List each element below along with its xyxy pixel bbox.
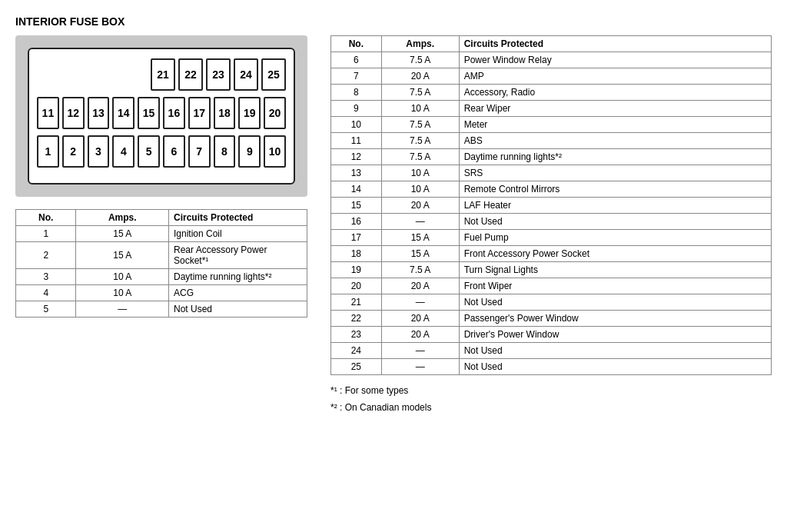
left-table-row: 115 AIgnition Coil — [16, 226, 307, 242]
right-table-cell-9-2: LAF Heater — [459, 198, 771, 214]
left-table-row: 310 ADaytime running lights*² — [16, 269, 307, 285]
right-table-cell-7-0: 13 — [331, 165, 382, 181]
right-table-cell-8-1: 10 A — [381, 181, 459, 198]
right-table-cell-5-2: ABS — [459, 133, 771, 149]
fuse-cell-5: 5 — [138, 135, 160, 168]
right-table-cell-1-2: AMP — [459, 68, 771, 85]
fuse-box-wrapper: 21 22 23 24 25 11 12 13 14 15 16 17 18 1… — [15, 35, 307, 197]
fuse-cell-4: 4 — [112, 135, 134, 168]
fuse-cell-13: 13 — [88, 97, 110, 129]
right-table-row: 1310 ASRS — [331, 165, 772, 181]
right-table-cell-6-2: Daytime running lights*² — [459, 149, 771, 165]
right-table-row: 127.5 ADaytime running lights*² — [331, 149, 772, 165]
left-table-cell-2-0: 3 — [16, 269, 76, 285]
left-table-cell-0-2: Ignition Coil — [169, 226, 307, 242]
right-table-cell-1-0: 7 — [331, 68, 382, 85]
right-table-cell-4-2: Meter — [459, 117, 771, 133]
fuse-cell-24: 24 — [234, 58, 258, 91]
right-table-row: 21—Not Used — [331, 294, 772, 311]
right-table-cell-11-2: Fuel Pump — [459, 230, 771, 246]
fuse-row-mid: 11 12 13 14 15 16 17 18 19 20 — [37, 97, 286, 129]
right-table-cell-16-0: 22 — [331, 311, 382, 327]
right-table-cell-11-1: 15 A — [381, 230, 459, 246]
fuse-cell-12: 12 — [62, 97, 85, 129]
fuse-cell-14: 14 — [112, 97, 134, 129]
left-table: No. Amps. Circuits Protected 115 AIgniti… — [15, 209, 307, 318]
right-table-header-amps: Amps. — [381, 36, 459, 52]
left-table-row: 215 ARear Accessory Power Socket*¹ — [16, 242, 307, 269]
right-table-row: 87.5 AAccessory, Radio — [331, 85, 772, 101]
left-table-cell-1-2: Rear Accessory Power Socket*¹ — [169, 242, 307, 269]
fuse-cell-20: 20 — [264, 97, 286, 129]
right-table-cell-16-1: 20 A — [381, 311, 459, 327]
right-table-row: 1815 AFront Accessory Power Socket — [331, 246, 772, 262]
right-table-cell-7-2: SRS — [459, 165, 771, 181]
right-table-header-no: No. — [331, 36, 382, 52]
fuse-cell-19: 19 — [238, 97, 261, 129]
right-table-cell-19-2: Not Used — [459, 359, 771, 375]
fuse-cell-16: 16 — [163, 97, 185, 129]
right-table-cell-16-2: Passenger's Power Window — [459, 311, 771, 327]
right-section: No. Amps. Circuits Protected 67.5 APower… — [330, 35, 772, 416]
right-table-header-circuits: Circuits Protected — [459, 36, 771, 52]
left-table-cell-0-0: 1 — [16, 226, 76, 242]
fuse-row-top: 21 22 23 24 25 — [37, 58, 286, 91]
right-table-cell-18-1: — — [381, 343, 459, 359]
right-table-cell-2-2: Accessory, Radio — [459, 85, 771, 101]
fuse-cell-22: 22 — [178, 58, 203, 91]
fuse-box-inner: 21 22 23 24 25 11 12 13 14 15 16 17 18 1… — [28, 48, 295, 185]
right-table-cell-0-0: 6 — [331, 52, 382, 68]
right-table-cell-15-2: Not Used — [459, 294, 771, 311]
right-table: No. Amps. Circuits Protected 67.5 APower… — [330, 35, 772, 375]
footnote-1: *¹ : For some types — [330, 383, 772, 400]
right-table-cell-18-0: 24 — [331, 343, 382, 359]
right-table-cell-13-2: Turn Signal Lights — [459, 262, 771, 278]
left-table-cell-0-1: 15 A — [76, 226, 169, 242]
right-table-row: 2320 ADriver's Power Window — [331, 327, 772, 343]
left-table-cell-3-2: ACG — [169, 285, 307, 301]
right-table-row: 197.5 ATurn Signal Lights — [331, 262, 772, 278]
right-table-cell-4-1: 7.5 A — [381, 117, 459, 133]
right-table-cell-8-2: Remote Control Mirrors — [459, 181, 771, 198]
left-table-header-circuits: Circuits Protected — [169, 210, 307, 226]
left-table-cell-2-2: Daytime running lights*² — [169, 269, 307, 285]
left-table-cell-4-2: Not Used — [169, 301, 307, 318]
left-table-cell-4-0: 5 — [16, 301, 76, 318]
right-table-cell-0-1: 7.5 A — [381, 52, 459, 68]
fuse-cell-17: 17 — [188, 97, 211, 129]
right-table-cell-14-0: 20 — [331, 278, 382, 294]
right-table-cell-17-1: 20 A — [381, 327, 459, 343]
right-table-cell-2-0: 8 — [331, 85, 382, 101]
right-table-row: 24—Not Used — [331, 343, 772, 359]
fuse-cell-3: 3 — [88, 135, 110, 168]
right-table-cell-1-1: 20 A — [381, 68, 459, 85]
left-section: 21 22 23 24 25 11 12 13 14 15 16 17 18 1… — [15, 35, 307, 416]
right-table-cell-3-2: Rear Wiper — [459, 101, 771, 117]
fuse-cell-11: 11 — [37, 97, 59, 129]
right-table-cell-12-0: 18 — [331, 246, 382, 262]
right-table-cell-10-1: — — [381, 214, 459, 230]
right-table-row: 1410 ARemote Control Mirrors — [331, 181, 772, 198]
fuse-cell-18: 18 — [214, 97, 236, 129]
right-table-row: 1520 ALAF Heater — [331, 198, 772, 214]
fuse-cell-7: 7 — [188, 135, 211, 168]
fuse-cell-6: 6 — [163, 135, 185, 168]
right-table-cell-17-0: 23 — [331, 327, 382, 343]
page-title: INTERIOR FUSE BOX — [15, 15, 772, 28]
right-table-cell-5-1: 7.5 A — [381, 133, 459, 149]
right-table-cell-9-1: 20 A — [381, 198, 459, 214]
fuse-cell-15: 15 — [138, 97, 160, 129]
left-table-row: 410 AACG — [16, 285, 307, 301]
left-table-cell-1-1: 15 A — [76, 242, 169, 269]
right-table-row: 16—Not Used — [331, 214, 772, 230]
fuse-cell-21: 21 — [151, 58, 175, 91]
left-table-cell-4-1: — — [76, 301, 169, 318]
right-table-cell-18-2: Not Used — [459, 343, 771, 359]
left-table-header-amps: Amps. — [76, 210, 169, 226]
right-table-cell-14-1: 20 A — [381, 278, 459, 294]
right-table-cell-15-0: 21 — [331, 294, 382, 311]
right-table-cell-0-2: Power Window Relay — [459, 52, 771, 68]
fuse-row-bot: 1 2 3 4 5 6 7 8 9 10 — [37, 135, 286, 168]
right-table-cell-3-0: 9 — [331, 101, 382, 117]
right-table-row: 2220 APassenger's Power Window — [331, 311, 772, 327]
